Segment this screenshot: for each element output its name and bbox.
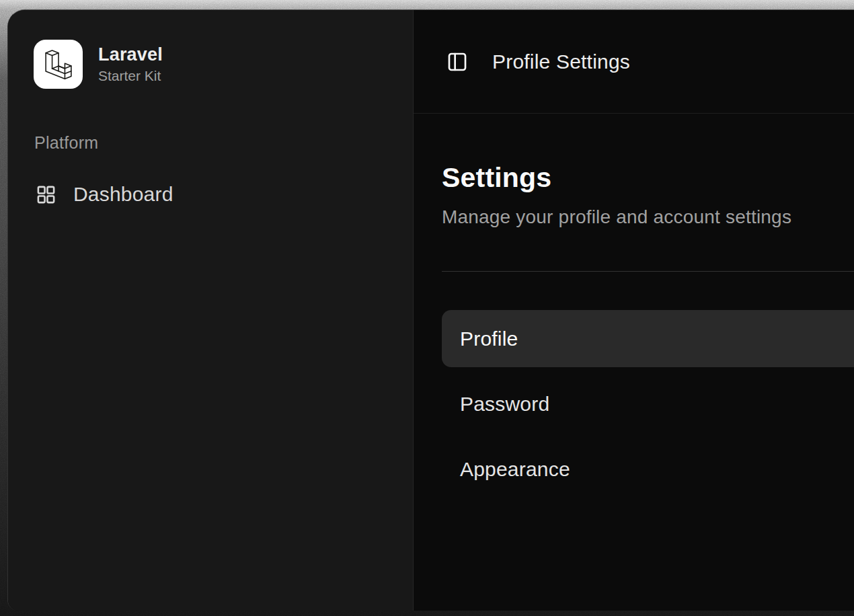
laravel-logomark-icon (34, 40, 83, 89)
sidebar-item-dashboard[interactable]: Dashboard (28, 175, 186, 214)
sidebar-toggle-button[interactable] (447, 51, 468, 73)
settings-nav: Profile Password Appearance (442, 310, 854, 498)
sidebar-section-label: Platform (34, 133, 98, 153)
main-area: Profile Settings Settings Manage your pr… (414, 10, 854, 611)
app-title-block: Laravel Starter Kit (98, 44, 163, 85)
app-header: Profile Settings (414, 10, 854, 114)
tab-profile[interactable]: Profile (442, 310, 854, 367)
app-window: Laravel Starter Kit Platform Dashboard (7, 9, 854, 611)
sidebar-item-label: Dashboard (73, 183, 173, 206)
app-subtitle: Starter Kit (98, 67, 163, 85)
tab-password[interactable]: Password (442, 375, 854, 432)
settings-heading: Settings (442, 163, 854, 192)
settings-subheading: Manage your profile and account settings (442, 206, 854, 228)
page-title: Profile Settings (492, 50, 630, 73)
panel-left-icon (447, 51, 468, 73)
tab-appearance[interactable]: Appearance (442, 440, 854, 498)
sidebar: Laravel Starter Kit Platform Dashboard (8, 10, 413, 611)
app-name: Laravel (98, 44, 163, 65)
app-logo-link[interactable]: Laravel Starter Kit (34, 40, 163, 89)
layout-grid-icon (36, 184, 56, 205)
content-divider (442, 271, 854, 272)
settings-content: Settings Manage your profile and account… (414, 114, 854, 611)
